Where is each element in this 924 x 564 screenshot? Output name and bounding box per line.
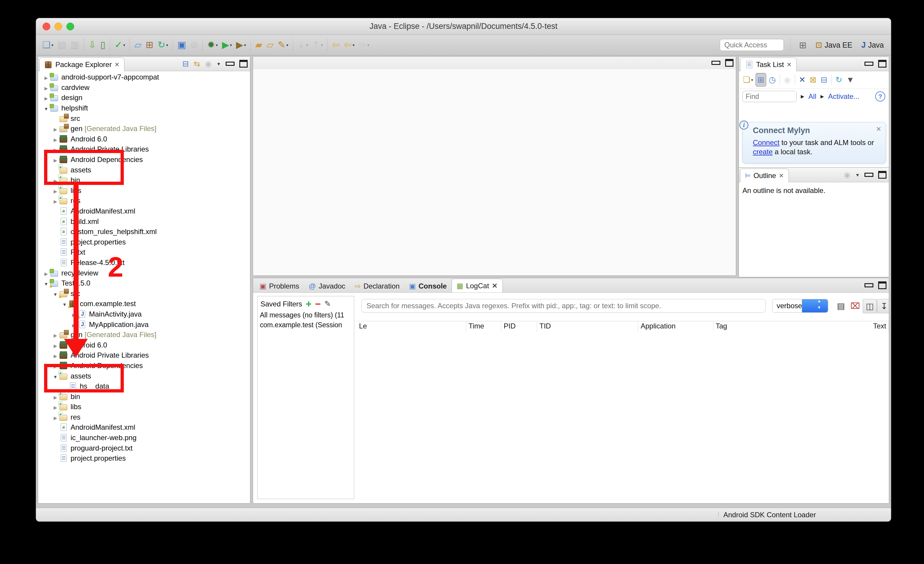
tree-item[interactable]: ▲ assets <box>38 371 250 381</box>
android-virtual-device-manager-button[interactable]: ▯▾ <box>98 38 108 53</box>
filter-list-item[interactable]: All messages (no filters) (11 <box>258 310 354 320</box>
minimize-view-button[interactable] <box>864 283 873 287</box>
close-notification-icon[interactable]: ✕ <box>876 125 881 133</box>
new-java-project-button[interactable]: ⊞▾ <box>144 38 155 53</box>
open-perspective-button[interactable]: ⊞ <box>797 40 808 50</box>
run-button[interactable]: ▶▾ <box>220 38 234 53</box>
tree-item[interactable]: ▲ AndroidManifest.xml <box>38 422 250 433</box>
tree-item[interactable]: ▲ cardview <box>38 83 250 93</box>
tab-package-explorer[interactable]: Package Explorer ✕ <box>39 57 124 71</box>
tree-item[interactable]: ▲ gen [Generated Java Files] <box>38 123 250 134</box>
tab-console[interactable]: ▣Console✕ <box>404 280 451 292</box>
toggle-filters-pane-button[interactable]: ◫ <box>862 299 877 313</box>
next-annotation-button[interactable]: ⇣▾ <box>296 38 310 53</box>
categorized-view-button[interactable]: ⊞▾ <box>756 73 766 87</box>
tree-item[interactable]: ▲ Test4.5.0 <box>38 278 250 289</box>
expander-icon[interactable] <box>51 125 59 133</box>
tree-item[interactable]: ▲ design <box>38 93 250 103</box>
new-task-button[interactable]: ❏▾ <box>741 73 755 86</box>
new-android-app-button[interactable]: ▱▾ <box>132 38 144 53</box>
activate-link[interactable]: Activate... <box>828 92 860 101</box>
maximize-view-button[interactable] <box>239 60 248 68</box>
add-filter-button[interactable]: + <box>306 301 311 308</box>
tab-logcat[interactable]: ▦LogCat✕ <box>452 279 503 292</box>
hide-completed-button[interactable]: ✕▾ <box>797 73 808 86</box>
expander-icon[interactable] <box>51 145 59 153</box>
log-level-select[interactable]: verbose ▲▼ <box>772 299 828 313</box>
maximize-view-button[interactable] <box>878 281 886 289</box>
perspective-java-ee[interactable]: ⊡Java EE <box>812 38 855 52</box>
expander-icon[interactable] <box>51 331 59 339</box>
tab-javadoc[interactable]: @Javadoc✕ <box>304 280 350 292</box>
tree-item[interactable]: ▲ Android Dependencies <box>38 361 250 371</box>
previous-annotation-button[interactable]: ⇡▾ <box>310 38 325 53</box>
autoscroll-button[interactable]: ↧ <box>877 299 889 313</box>
expander-icon[interactable] <box>70 320 78 329</box>
column-header[interactable]: Application <box>638 321 713 332</box>
tree-item[interactable]: ▲ project.properties <box>38 237 250 247</box>
all-filter-link[interactable]: All <box>808 92 816 101</box>
tree-item[interactable]: ▲ project.properties <box>38 453 250 464</box>
tree-item[interactable]: ▲ android-support-v7-appcompat <box>38 72 250 83</box>
tree-item[interactable]: ▲ helpshift <box>38 103 250 113</box>
back-button[interactable]: ⇦▾ <box>342 38 357 53</box>
maximize-editor-button[interactable] <box>725 59 734 67</box>
export-button[interactable]: ▱▾ <box>264 38 276 53</box>
tab-outline[interactable]: ⊨ Outline ✕ <box>740 168 789 182</box>
external-tools-button[interactable]: ▶▾ <box>234 38 248 53</box>
connect-link[interactable]: Connect <box>753 138 779 146</box>
tree-item[interactable]: ▲ proguard-project.txt <box>38 443 250 453</box>
quick-access-input[interactable] <box>720 39 784 51</box>
tab-problems[interactable]: ▣Problems✕ <box>255 280 304 292</box>
tree-item[interactable]: ▲ ic_launcher-web.png <box>38 433 250 443</box>
tree-item[interactable]: ▲ src <box>38 288 250 299</box>
collapse-all-button[interactable]: ⊟▾ <box>819 73 830 86</box>
tree-item[interactable]: ▲ hs__data <box>38 381 250 392</box>
tree-item[interactable]: ▲ res <box>38 412 250 423</box>
new-wizard-button[interactable]: ❏▾ <box>40 38 56 53</box>
column-header[interactable]: Time <box>466 321 501 332</box>
tree-item[interactable]: ▲ libs <box>38 402 250 412</box>
column-header[interactable]: Le <box>357 321 466 332</box>
tab-declaration[interactable]: ⇨Declaration✕ <box>350 280 405 292</box>
minimize-editor-button[interactable] <box>711 61 720 65</box>
close-view-icon[interactable]: ✕ <box>779 172 784 179</box>
scheduled-view-button[interactable]: ◷▾ <box>767 73 777 86</box>
focus-on-workweek-button[interactable]: ◉▾ <box>782 73 793 86</box>
android-sdk-manager-button[interactable]: ⇩▾ <box>86 38 98 53</box>
my-tasks-filter-button[interactable]: ⊠▾ <box>808 73 818 86</box>
close-view-icon[interactable]: ✕ <box>786 61 792 68</box>
column-header[interactable]: PID <box>501 321 537 332</box>
refresh-button[interactable]: ↻▾ <box>155 38 170 53</box>
tab-task-list[interactable]: Task List ✕ <box>740 57 796 71</box>
view-menu-button[interactable]: ▼▾ <box>844 73 856 86</box>
column-header[interactable]: Tag <box>713 321 871 332</box>
tree-item[interactable]: ▲ MainActivity.java <box>38 309 250 319</box>
expander-icon[interactable] <box>51 351 59 359</box>
create-link[interactable]: create <box>753 148 773 156</box>
last-edit-location-button[interactable]: ⇦▾ <box>330 38 342 53</box>
lint-check-button[interactable]: ✓▾ <box>112 38 128 53</box>
tree-item[interactable]: ▲ libs <box>38 185 250 196</box>
tree-item[interactable]: ▲ MyApplication.java <box>38 319 250 329</box>
forward-button[interactable]: ⇨▾ <box>357 38 372 53</box>
expander-icon[interactable] <box>42 83 50 92</box>
column-header[interactable]: Text <box>871 321 889 332</box>
edit-filter-button[interactable]: ✎ <box>324 299 331 308</box>
expander-icon[interactable] <box>42 93 50 102</box>
expander-icon[interactable] <box>51 361 59 370</box>
minimize-view-button[interactable] <box>226 62 235 66</box>
tree-item[interactable]: ▲ recycleview <box>38 268 250 278</box>
synchronize-button[interactable]: ↻▾ <box>834 73 844 86</box>
minimize-view-button[interactable] <box>864 62 873 66</box>
tree-item[interactable]: ▲ com.example.test <box>38 299 250 309</box>
save-button[interactable]: ▤▾ <box>56 38 68 53</box>
tree-item[interactable]: ▲ Android Dependencies <box>38 155 250 165</box>
expander-icon[interactable] <box>42 269 50 277</box>
expander-icon[interactable] <box>51 155 59 164</box>
filter-list-item[interactable]: com.example.test (Session <box>258 320 354 330</box>
close-view-icon[interactable]: ✕ <box>114 61 119 68</box>
help-icon[interactable]: ? <box>875 92 885 102</box>
debug-button[interactable]: ✹▾ <box>205 38 220 53</box>
find-input[interactable] <box>742 91 796 102</box>
